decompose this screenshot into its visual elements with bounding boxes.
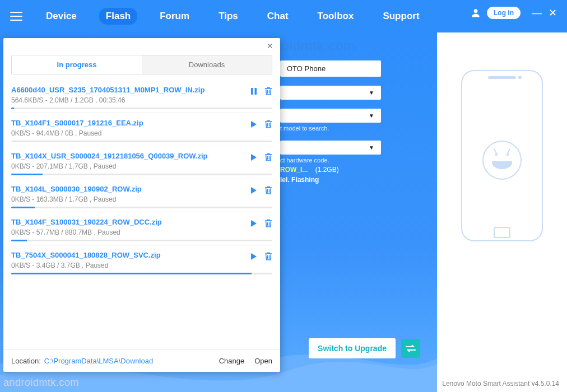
phone-brand-select[interactable]: OTO Phone	[280, 60, 381, 77]
trash-icon[interactable]	[264, 87, 272, 96]
download-list: A6600d40_USR_S235_1704051311_M0MP1_ROW_I…	[3, 80, 280, 349]
window-close-icon[interactable]: ✕	[549, 8, 557, 18]
trash-icon[interactable]	[264, 219, 272, 228]
svg-rect-1	[462, 71, 542, 241]
flash-form-partial: OTO Phone ▼ ▼ t model to search. ▼ ct ha…	[280, 60, 426, 193]
download-item: TB_X104F_S100031_190224_ROW_DCC.zip0KB/S…	[11, 212, 272, 245]
download-item: TB_X104F1_S000017_191216_EEA.zip0KB/S - …	[11, 113, 272, 146]
chevron-down-icon: ▼	[369, 113, 374, 119]
download-file-name: TB_X104F1_S000017_191216_EEA.zip	[11, 119, 272, 127]
series-select[interactable]: ▼	[280, 86, 381, 100]
svg-point-3	[518, 76, 522, 79]
nav-flash[interactable]: Flash	[99, 8, 137, 25]
download-item: A6600d40_USR_S235_1704051311_M0MP1_ROW_I…	[11, 80, 272, 113]
chevron-down-icon: ▼	[369, 90, 374, 96]
svg-rect-8	[494, 227, 510, 237]
downloads-footer: Location: C:\ProgramData\LMSA\Download C…	[3, 349, 280, 372]
main-nav: Device Flash Forum Tips Chat Toolbox Sup…	[39, 8, 426, 25]
nav-toolbox[interactable]: Toolbox	[311, 8, 361, 25]
chevron-down-icon: ▼	[369, 144, 374, 151]
download-progress-bar	[11, 174, 272, 175]
nav-forum[interactable]: Forum	[153, 8, 196, 25]
play-icon[interactable]	[250, 120, 258, 128]
open-location-button[interactable]: Open	[254, 357, 272, 365]
downloads-tabs: In progress Downloads	[11, 55, 272, 74]
download-file-name: TB_X104X_USR_S000024_1912181056_Q00039_R…	[11, 152, 272, 160]
login-button[interactable]: Log in	[487, 7, 520, 19]
nav-tips[interactable]: Tips	[212, 8, 245, 25]
download-status: 0KB/S - 94.4MB / 0B , Paused	[11, 129, 272, 137]
nav-support[interactable]: Support	[376, 8, 426, 25]
download-status: 0KB/S - 207.1MB / 1.7GB , Paused	[11, 162, 272, 170]
download-progress-bar	[11, 207, 272, 208]
device-panel: Lenovo Moto Smart Assistant v4.5.0.14	[437, 32, 567, 392]
trash-icon[interactable]	[264, 186, 272, 195]
user-icon[interactable]	[470, 7, 481, 18]
download-progress-bar	[11, 240, 272, 241]
model-hint: t model to search.	[280, 125, 426, 132]
download-status: 0KB/S - 3.4GB / 3.7GB , Paused	[11, 262, 272, 269]
phone-brand-value: OTO Phone	[287, 64, 326, 73]
download-status: 564.6KB/S - 2.0MB / 1.2GB , 00:35:46	[11, 96, 272, 104]
trash-icon[interactable]	[264, 120, 272, 129]
download-file-name: TB_X104L_S000030_190902_ROW.zip	[11, 185, 272, 193]
download-file-name: TB_X104F_S100031_190224_ROW_DCC.zip	[11, 218, 272, 226]
play-icon[interactable]	[250, 186, 258, 194]
change-location-button[interactable]: Change	[219, 357, 245, 365]
play-icon[interactable]	[250, 153, 258, 161]
firmware-status: lel. Flashing	[280, 176, 426, 184]
download-file-name: A6600d40_USR_S235_1704051311_M0MP1_ROW_I…	[11, 86, 272, 94]
pause-icon[interactable]	[250, 87, 258, 95]
top-bar: Device Flash Forum Tips Chat Toolbox Sup…	[0, 0, 567, 32]
tab-in-progress[interactable]: In progress	[12, 55, 142, 74]
download-item: TB_X104X_USR_S000024_1912181056_Q00039_R…	[11, 146, 272, 179]
download-status: 0KB/S - 57.7MB / 880.7MB , Paused	[11, 228, 272, 236]
location-path: C:\ProgramData\LMSA\Download	[44, 357, 209, 365]
firmware-size: (1.2GB)	[315, 166, 339, 174]
svg-rect-2	[488, 76, 516, 79]
phone-outline-illustration	[457, 66, 547, 245]
app-version-label: Lenovo Moto Smart Assistant v4.5.0.14	[442, 380, 559, 388]
tab-downloads[interactable]: Downloads	[142, 55, 272, 74]
download-item: TB_X104L_S000030_190902_ROW.zip0KB/S - 1…	[11, 179, 272, 212]
download-file-name: TB_7504X_S000041_180828_ROW_SVC.zip	[11, 251, 272, 259]
svg-rect-7	[492, 161, 512, 163]
trash-icon[interactable]	[264, 252, 272, 261]
location-label: Location:	[11, 357, 41, 365]
svg-point-5	[495, 153, 498, 156]
hardware-select[interactable]: ▼	[280, 141, 381, 155]
hardware-hint: ct hardware code.	[280, 157, 426, 164]
nav-device[interactable]: Device	[39, 8, 83, 25]
trash-icon[interactable]	[264, 153, 272, 162]
download-status: 0KB/S - 163.3MB / 1.7GB , Paused	[11, 195, 272, 203]
firmware-name: ROW_I...	[280, 166, 308, 174]
nav-chat[interactable]: Chat	[261, 8, 295, 25]
close-icon[interactable]: ✕	[264, 40, 276, 52]
svg-point-0	[474, 9, 478, 13]
play-icon[interactable]	[250, 253, 258, 260]
svg-rect-9	[251, 88, 253, 95]
model-select[interactable]: ▼	[280, 109, 381, 123]
download-progress-bar	[11, 108, 272, 109]
download-progress-bar	[11, 273, 272, 274]
window-minimize-icon[interactable]: —	[532, 8, 542, 18]
watermark-bottom: androidmtk.com	[3, 377, 79, 389]
svg-point-6	[506, 153, 509, 156]
download-progress-bar	[11, 141, 272, 142]
menu-icon[interactable]	[10, 12, 22, 21]
downloads-panel: ✕ In progress Downloads A6600d40_USR_S23…	[3, 38, 280, 372]
download-item: TB_7504X_S000041_180828_ROW_SVC.zip0KB/S…	[11, 245, 272, 278]
play-icon[interactable]	[250, 220, 258, 227]
svg-rect-10	[255, 88, 257, 95]
svg-point-4	[483, 141, 521, 179]
